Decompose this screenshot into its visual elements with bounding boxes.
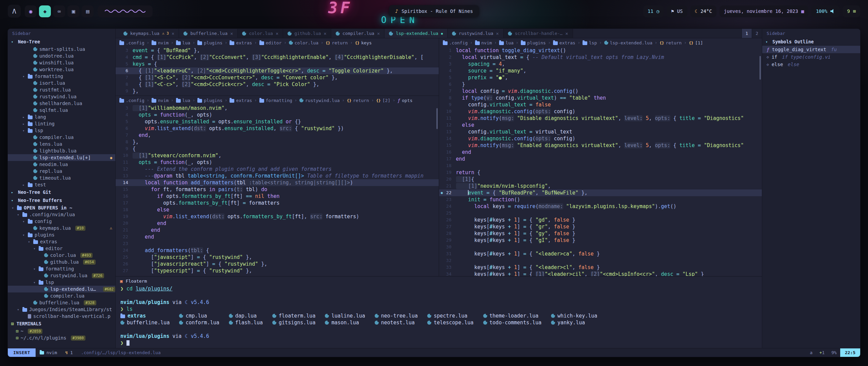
code-line[interactable]: 28 keys[#keys + 1] = { "gy", false } bbox=[439, 230, 762, 237]
neotree-buffers-header[interactable]: ▾ Neo-Tree Buffers bbox=[8, 196, 115, 204]
code-area[interactable]: 3 [1]"williamboman/mason.nvim",4 opts = … bbox=[116, 105, 439, 274]
code-line[interactable]: 10 vim.diagnostic.config(opts: config) bbox=[439, 108, 762, 115]
code-line[interactable]: 27 ["typescript"] = { "rustywind" }, bbox=[116, 267, 439, 274]
tree-item[interactable]: ▾lsp bbox=[8, 127, 115, 134]
code-line[interactable]: 34 keys[#keys + 1] = { [1]"<leader>cil",… bbox=[439, 271, 762, 276]
breadcrumb-item[interactable]: {}return bbox=[347, 98, 369, 103]
terminal-buffer-item[interactable]: ⊡~/.c/n/l/plugins#3980 bbox=[8, 334, 115, 341]
code-line[interactable]: 22 end bbox=[116, 233, 439, 240]
breadcrumb-item[interactable]: lua bbox=[499, 40, 513, 45]
notes-button[interactable]: ▤ bbox=[82, 5, 94, 17]
tab-item[interactable]: bufferline.lua× bbox=[179, 29, 238, 38]
code-line[interactable]: 19 vim.list_extend(dst: opts.formatters_… bbox=[116, 213, 439, 220]
code-line[interactable]: 25 bbox=[439, 210, 762, 217]
pill-date[interactable]: jueves, noviembre 16, 2023▦ bbox=[719, 5, 809, 17]
code-line[interactable]: 6 } bbox=[439, 81, 762, 88]
tabpage-number[interactable]: 1 bbox=[742, 29, 752, 38]
tabpage-number[interactable]: 2 bbox=[752, 29, 762, 38]
tab-item[interactable]: github.lua× bbox=[283, 29, 331, 38]
code-line[interactable]: 26 ["javascriptreact"] = { "rustywind" }… bbox=[116, 261, 439, 267]
code-line[interactable]: 20 [1]{ bbox=[439, 176, 762, 183]
code-line[interactable]: 24 add_formatters(tbl: { bbox=[116, 247, 439, 254]
code-area[interactable]: 3event = { "BufRead" },4cmd = { [1]"CccP… bbox=[116, 47, 439, 95]
code-line[interactable]: 2 local virtual_text = { -- Default virt… bbox=[439, 54, 762, 61]
tree-item[interactable]: ▾.config/nvim/lua bbox=[8, 211, 115, 218]
code-line[interactable]: 20 end bbox=[116, 220, 439, 227]
tree-item[interactable]: worktree.lua bbox=[8, 66, 115, 73]
code-line[interactable]: 9 config.virtual_text = false bbox=[439, 101, 762, 108]
scrollbar-handle[interactable] bbox=[436, 108, 438, 129]
breadcrumb-item[interactable]: nvim bbox=[152, 98, 169, 103]
code-line[interactable]: 9{ bbox=[116, 145, 439, 152]
code-line[interactable]: 13 ---@param tbl table<string, conform.F… bbox=[116, 172, 439, 179]
code-area[interactable]: 1local function toggle_diag_virtext()2 l… bbox=[439, 47, 762, 276]
tree-item[interactable]: timeout.lua bbox=[8, 175, 115, 181]
terminal-buffer-item[interactable]: ⊡~#2859 bbox=[8, 328, 115, 334]
tab-item[interactable]: scrollbar-handle-…× bbox=[504, 29, 573, 38]
breadcrumb-item[interactable]: {}keys bbox=[355, 40, 372, 45]
terminal-output[interactable]: ❯ cd lua/plugins/nvim/lua/plugins via ☾ … bbox=[116, 285, 762, 348]
tree-item[interactable]: ▾config bbox=[8, 218, 115, 225]
close-icon[interactable]: × bbox=[230, 31, 233, 36]
tree-item[interactable]: compiler.lua bbox=[8, 134, 115, 141]
tree-item[interactable]: ▸lang bbox=[8, 114, 115, 120]
tree-item[interactable]: shellharden.lua bbox=[8, 100, 115, 107]
code-line[interactable]: 29 keys[#keys + 1] = { "gI", false } bbox=[439, 237, 762, 244]
code-line[interactable]: 4cmd = { [1]"CccPick", [2]"CccConvert", … bbox=[116, 54, 439, 61]
code-line[interactable]: 5 prefix = "●", bbox=[439, 74, 762, 81]
close-icon[interactable]: × bbox=[324, 31, 327, 36]
tree-item[interactable]: compiler.lua bbox=[8, 292, 115, 299]
code-line[interactable]: 23 init = function() bbox=[439, 196, 762, 203]
pill-weather[interactable]: ☾24°C bbox=[690, 5, 716, 17]
code-line[interactable]: 21 end bbox=[116, 227, 439, 233]
code-line[interactable]: 24 local keys = require(modname: "lazyvi… bbox=[439, 203, 762, 210]
code-line[interactable]: 8 { [1]"<C-c>", [2]"<cmd>CccPick<cr>", d… bbox=[116, 81, 439, 88]
terminals-header[interactable]: ⊡ TERMINALS bbox=[8, 320, 115, 328]
tree-item[interactable]: bufferline.lua#328 bbox=[8, 299, 115, 306]
pill-screens[interactable]: 9⊞ bbox=[843, 5, 860, 17]
tree-item[interactable]: ▾Juegos/Indies/SteamLibrary/st bbox=[8, 306, 115, 313]
breadcrumb-item[interactable]: {}return bbox=[659, 40, 682, 45]
breadcrumb-item[interactable]: {}return bbox=[326, 40, 348, 45]
code-line[interactable]: 16 if opts.formatters_by_ft[ft] == nil t… bbox=[116, 193, 439, 200]
code-line[interactable]: 15 for ft, formatters in pairs(t: tbl) d… bbox=[116, 186, 439, 193]
breadcrumb-item[interactable]: plugins bbox=[521, 40, 546, 45]
tree-item[interactable]: ▾extras bbox=[8, 238, 115, 245]
breadcrumb-item[interactable]: extras bbox=[230, 98, 252, 103]
tab-item[interactable]: compiler.lua× bbox=[331, 29, 384, 38]
code-line[interactable]: 5keys = { bbox=[116, 61, 439, 67]
breadcrumb-item[interactable]: .config bbox=[119, 40, 144, 45]
code-line[interactable]: 6 vim.list_extend(dst: opts.ensure_insta… bbox=[116, 125, 439, 132]
launcher-button[interactable]: Λ bbox=[8, 5, 21, 18]
outline-item[interactable]: ◇elseelse bbox=[762, 61, 860, 68]
code-line[interactable]: 27 keys[#keys + 1] = { "gr", false } bbox=[439, 223, 762, 230]
code-line[interactable]: 8}, bbox=[116, 139, 439, 145]
tree-item[interactable]: rustfmt.lua bbox=[8, 86, 115, 93]
tree-item[interactable]: ▾formatting bbox=[8, 73, 115, 80]
breadcrumb-item[interactable]: formatting bbox=[259, 98, 292, 103]
code-line[interactable]: 31 keys[#keys + 1] = { "<leader>ca", fal… bbox=[439, 250, 762, 257]
tree-item[interactable]: ▾plugins bbox=[8, 231, 115, 238]
tree-item[interactable]: ▾editor bbox=[8, 245, 115, 252]
tree-item[interactable]: color.lua#493 bbox=[8, 252, 115, 259]
close-icon[interactable]: × bbox=[276, 31, 278, 36]
code-line[interactable]: 5 opts.ensure_installed = opts.ensure_in… bbox=[116, 118, 439, 125]
code-line[interactable]: ◉22 event = { "BufReadPre", "BufNewFile"… bbox=[439, 189, 762, 196]
pill-volume[interactable]: 100% bbox=[811, 5, 840, 17]
code-line[interactable]: 14 vim.diagnostic.config(opts: config) bbox=[439, 135, 762, 142]
tree-item[interactable]: isort.lua bbox=[8, 80, 115, 86]
breadcrumb-item[interactable]: editor bbox=[259, 40, 282, 45]
breadcrumb-item[interactable]: nvim bbox=[152, 40, 169, 45]
code-line[interactable]: 16 end bbox=[439, 149, 762, 156]
outline-item[interactable]: ◇ifif type(config.vi bbox=[762, 53, 860, 61]
code-line[interactable]: 7 local config = vim.diagnostic.config() bbox=[439, 88, 762, 95]
close-icon[interactable]: × bbox=[172, 31, 174, 36]
breadcrumb-item[interactable]: {}[1] bbox=[689, 40, 703, 45]
breadcrumb-item[interactable]: lsp-extended.lua bbox=[604, 40, 652, 45]
tree-item[interactable]: keymaps.lua#10⚠ bbox=[8, 225, 115, 231]
code-line[interactable]: 19return { bbox=[439, 169, 762, 176]
tab-item[interactable]: color.lua× bbox=[238, 29, 283, 38]
breadcrumb-item[interactable]: plugins bbox=[197, 98, 222, 103]
code-line[interactable]: 33 keys[#keys + 1] = { "<leader>cl", fal… bbox=[439, 264, 762, 271]
code-line[interactable]: 17end bbox=[439, 156, 762, 162]
